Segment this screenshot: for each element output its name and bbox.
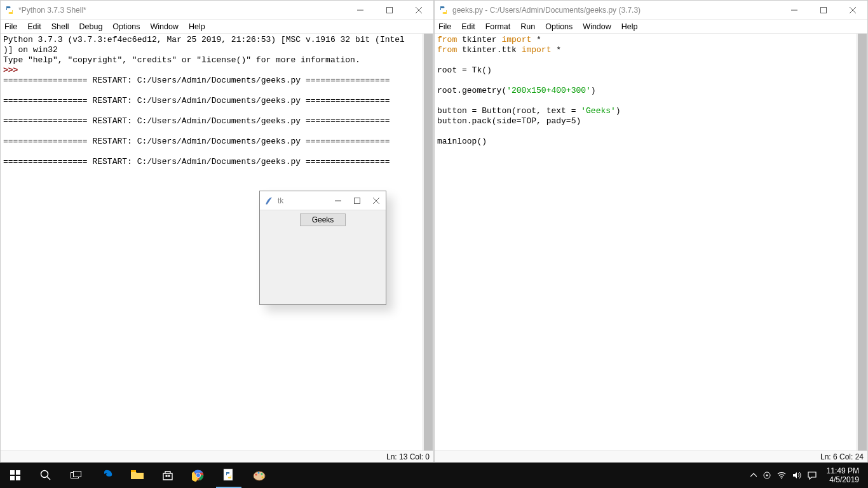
close-button[interactable] [367,191,386,210]
svg-point-21 [262,477,264,478]
shell-statusbar: Ln: 13 Col: 0 [1,451,433,462]
tk-app-window: tk Geeks [259,191,386,305]
idle-icon [4,5,15,15]
shell-scrollbar[interactable] [423,34,433,451]
editor-statusbar: Ln: 6 Col: 24 [435,451,867,462]
maximize-button[interactable] [375,1,404,19]
menu-window[interactable]: Window [583,22,611,31]
svg-rect-4 [16,470,20,475]
wifi-icon[interactable] [777,471,786,479]
task-view-button[interactable] [61,463,92,488]
shell-menubar: File Edit Shell Debug Options Window Hel… [1,20,433,34]
close-button[interactable] [404,1,433,19]
menu-file[interactable]: File [438,22,451,31]
minimize-button[interactable] [346,1,375,19]
menu-window[interactable]: Window [150,22,178,31]
svg-rect-6 [16,476,20,480]
menu-file[interactable]: File [4,22,17,31]
editor-cursor-position: Ln: 6 Col: 24 [820,452,864,461]
shell-prompt: >>> [3,65,18,75]
maximize-button[interactable] [348,191,367,210]
shell-cursor-position: Ln: 13 Col: 0 [386,452,430,461]
menu-edit[interactable]: Edit [27,22,41,31]
editor-title: geeks.py - C:/Users/Admin/Documents/geek… [452,6,647,15]
menu-options[interactable]: Options [112,22,140,31]
search-button[interactable] [31,463,61,488]
location-icon[interactable] [763,471,771,479]
clock-time: 11:49 PM [827,466,859,475]
python-app-icon[interactable] [214,463,244,488]
maximize-button[interactable] [809,1,838,19]
tk-titlebar[interactable]: tk [260,191,386,210]
menu-format[interactable]: Format [485,22,511,31]
editor-menubar: File Edit Format Run Options Window Help [435,20,867,34]
action-center-icon[interactable] [808,471,817,480]
menu-run[interactable]: Run [520,22,535,31]
svg-rect-5 [10,476,15,480]
file-explorer-icon[interactable] [122,463,153,488]
svg-point-19 [258,472,260,474]
svg-rect-12 [168,475,170,477]
tray-chevron-icon[interactable] [750,472,757,478]
menu-options[interactable]: Options [545,22,573,31]
volume-icon[interactable] [792,471,801,479]
store-icon[interactable] [153,463,183,488]
svg-rect-9 [74,471,81,477]
editor-scrollbar[interactable] [857,34,867,451]
menu-edit[interactable]: Edit [461,22,475,31]
paint-icon[interactable] [244,463,275,488]
svg-rect-1 [821,7,827,13]
tk-feather-icon [264,196,274,206]
windows-taskbar: 11:49 PM 4/5/2019 [0,463,868,488]
taskbar-clock[interactable]: 11:49 PM 4/5/2019 [823,466,863,484]
menu-debug[interactable]: Debug [79,22,103,31]
editor-titlebar[interactable]: geeks.py - C:/Users/Admin/Documents/geek… [435,1,867,20]
svg-rect-2 [355,198,360,203]
svg-rect-0 [387,7,393,13]
geeks-button[interactable]: Geeks [300,214,346,226]
minimize-button[interactable] [329,191,348,210]
svg-point-15 [196,473,200,477]
menu-help[interactable]: Help [621,22,638,31]
shell-title: *Python 3.7.3 Shell* [18,6,93,15]
svg-rect-10 [131,470,136,472]
svg-rect-3 [10,470,15,475]
editor-window: geeks.py - C:/Users/Admin/Documents/geek… [434,0,868,463]
svg-point-24 [781,478,782,479]
start-button[interactable] [0,463,31,488]
system-tray: 11:49 PM 4/5/2019 [745,463,868,488]
svg-rect-16 [224,469,233,480]
minimize-button[interactable] [780,1,809,19]
shell-titlebar[interactable]: *Python 3.7.3 Shell* [1,1,433,20]
tk-title: tk [278,196,290,205]
svg-rect-11 [166,475,168,477]
editor-code[interactable]: from tkinter import * from tkinter.ttk i… [435,34,867,451]
menu-shell[interactable]: Shell [51,22,69,31]
svg-point-23 [766,475,768,477]
svg-point-20 [261,473,263,475]
menu-help[interactable]: Help [189,22,205,31]
close-button[interactable] [838,1,867,19]
svg-point-18 [255,474,257,476]
clock-date: 4/5/2019 [827,475,859,484]
tk-body: Geeks [260,210,386,226]
chrome-icon[interactable] [183,463,214,488]
svg-point-7 [41,471,48,478]
edge-icon[interactable] [92,463,122,488]
idle-icon [438,5,449,15]
